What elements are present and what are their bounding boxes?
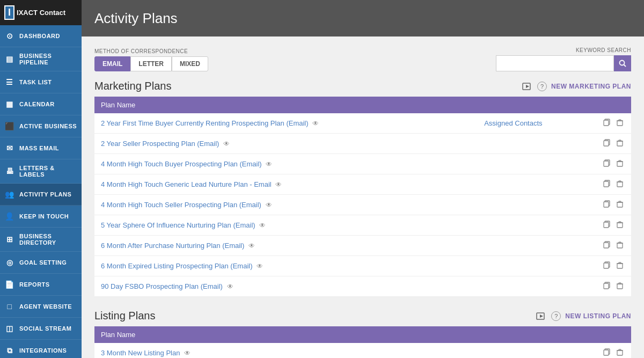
assigned-contacts-cell [478,236,596,256]
assigned-contacts-cell [478,134,596,154]
svg-rect-19 [604,161,609,166]
svg-rect-71 [617,350,623,355]
plan-link[interactable]: 6 Month Expired Listing Prospecting Plan… [101,262,253,270]
search-button[interactable] [614,55,631,71]
sidebar-item-activity-plans[interactable]: 👥 ACTIVITY PLANS [0,184,82,206]
plan-link[interactable]: 4 Month High Touch Generic Lead Nurture … [101,180,272,188]
plan-link[interactable]: 90 Day FSBO Prospecting Plan (Email) [101,282,223,290]
plan-link[interactable]: 4 Month High Touch Seller Prospecting Pl… [101,201,261,209]
copy-icon[interactable] [602,199,612,210]
plan-link[interactable]: 4 Month High Touch Buyer Prospecting Pla… [101,160,262,168]
delete-icon[interactable] [615,347,625,358]
delete-icon[interactable] [615,281,625,292]
svg-rect-70 [604,350,609,355]
sidebar-item-mass-email[interactable]: ✉ MASS EMAIL [0,137,82,159]
row-actions [602,118,625,129]
sidebar-item-business-pipeline[interactable]: ▤ BUSINESS PIPELINE [0,47,82,71]
sidebar-item-dashboard[interactable]: ⊙ DASHBOARD [0,25,82,47]
table-row: 2 Year First Time Buyer Currently Rentin… [94,113,631,134]
sidebar-label-social-stream: SOCIAL STREAM [19,325,71,332]
eye-icon[interactable]: 👁 [266,201,272,209]
svg-rect-41 [617,223,623,228]
marketing-col-plan-name: Plan Name [94,97,478,113]
eye-icon[interactable]: 👁 [184,349,191,357]
copy-icon[interactable] [602,347,612,358]
table-row: 3 Month New Listing Plan 👁 [94,343,631,358]
delete-icon[interactable] [615,260,625,272]
filter-bar: METHOD OF CORRESPONDENCE EMAILLETTERMIXE… [94,47,631,71]
eye-icon[interactable]: 👁 [227,283,233,290]
nav-list: ⊙ DASHBOARD ▤ BUSINESS PIPELINE ☰ TASK L… [0,25,82,358]
plan-link[interactable]: 5 Year Sphere Of Influence Nurturing Pla… [101,221,255,229]
logo-icon: I [4,5,14,20]
listing-col-empty [540,326,596,343]
sidebar-item-calendar[interactable]: ▦ CALENDAR [0,93,82,115]
sidebar-item-task-list[interactable]: ☰ TASK LIST [0,71,82,93]
sidebar-label-active-business: ACTIVE BUSINESS [19,123,77,129]
corr-tab-mixed[interactable]: MIXED [172,56,208,71]
eye-icon[interactable]: 👁 [275,181,282,188]
delete-icon[interactable] [615,240,625,251]
corr-tab-letter[interactable]: LETTER [130,56,172,71]
delete-icon[interactable] [615,179,625,190]
plan-link[interactable]: 2 Year First Time Buyer Currently Rentin… [101,119,309,127]
table-row: 2 Year Seller Prospecting Plan (Email) 👁 [94,134,631,154]
copy-icon[interactable] [602,158,612,170]
eye-icon[interactable]: 👁 [223,140,230,148]
main-area: Activity Plans METHOD OF CORRESPONDENCE … [82,0,644,358]
eye-icon[interactable]: 👁 [259,222,266,229]
delete-icon[interactable] [615,220,625,231]
svg-rect-54 [604,263,609,268]
new-marketing-plan-button[interactable]: NEW MARKETING PLAN [551,83,631,90]
eye-icon[interactable]: 👁 [248,242,255,250]
calendar-icon: ▦ [4,99,15,109]
marketing-help-icon[interactable]: ? [537,82,547,91]
copy-icon[interactable] [602,240,612,251]
eye-icon[interactable]: 👁 [257,262,263,270]
marketing-video-icon[interactable] [521,81,533,92]
new-listing-plan-button[interactable]: NEW LISTING PLAN [565,312,631,320]
search-label: KEYWORD SEARCH [576,47,631,53]
reports-icon: 📄 [4,279,15,290]
copy-icon[interactable] [602,281,612,292]
sidebar-item-reports[interactable]: 📄 REPORTS [0,274,82,296]
delete-icon[interactable] [615,158,625,170]
sidebar-item-active-business[interactable]: ⬛ ACTIVE BUSINESS [0,115,82,137]
page-title: Activity Plans [94,10,178,27]
plan-link[interactable]: 2 Year Seller Prospecting Plan (Email) [101,140,219,148]
listing-help-icon[interactable]: ? [551,311,561,321]
sidebar-label-calendar: CALENDAR [19,101,55,107]
assigned-contacts-link[interactable]: Assigned Contacts [484,119,542,127]
corr-tab-email[interactable]: EMAIL [94,56,130,71]
sidebar-item-agent-website[interactable]: □ AGENT WEBSITE [0,296,82,318]
sidebar-item-keep-in-touch[interactable]: 👤 KEEP IN TOUCH [0,206,82,228]
listing-video-icon[interactable] [535,310,547,322]
svg-rect-55 [617,264,623,268]
eye-icon[interactable]: 👁 [266,160,272,168]
copy-icon[interactable] [602,179,612,190]
plan-link[interactable]: 6 Month After Purchase Nurturing Plan (E… [101,242,244,250]
copy-icon[interactable] [602,118,612,129]
row-actions [602,179,625,190]
copy-icon[interactable] [602,260,612,272]
correspondence-filter: METHOD OF CORRESPONDENCE EMAILLETTERMIXE… [94,48,208,71]
search-input[interactable] [496,55,614,71]
sidebar-label-business-directory: BUSINESS DIRECTORY [19,233,77,246]
copy-icon[interactable] [602,220,612,231]
svg-rect-40 [604,222,609,228]
sidebar-item-letters-labels[interactable]: 🖶 LETTERS & LABELS [0,159,82,184]
copy-icon[interactable] [602,138,612,149]
sidebar-item-social-stream[interactable]: ◫ SOCIAL STREAM [0,318,82,340]
plan-link[interactable]: 3 Month New Listing Plan [101,349,180,357]
delete-icon[interactable] [615,118,625,129]
sidebar-item-goal-setting[interactable]: ◎ GOAL SETTING [0,252,82,274]
eye-icon[interactable]: 👁 [312,120,319,127]
delete-icon[interactable] [615,138,625,149]
active-business-icon: ⬛ [4,121,15,131]
delete-icon[interactable] [615,199,625,210]
sidebar-item-business-directory[interactable]: ⊞ BUSINESS DIRECTORY [0,228,82,252]
correspondence-label: METHOD OF CORRESPONDENCE [94,48,208,54]
row-actions [602,220,625,231]
svg-marker-68 [540,315,543,318]
sidebar-item-integrations[interactable]: ⧉ INTEGRATIONS [0,340,82,358]
